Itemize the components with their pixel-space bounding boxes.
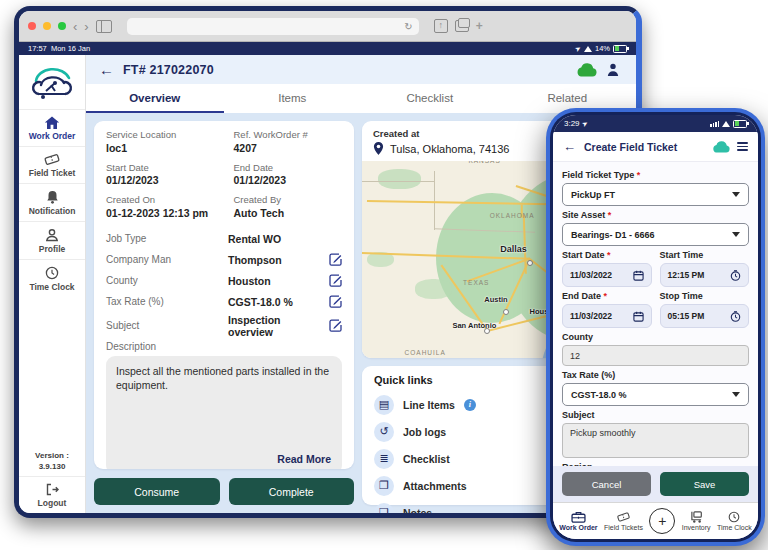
person-icon xyxy=(45,228,59,242)
work-order-details-card: Service Locationloc1 Ref. WorkOrder #420… xyxy=(94,121,354,469)
description-label: Description xyxy=(106,341,342,352)
create-new-button[interactable]: + xyxy=(649,508,675,534)
nav-work-order[interactable]: Work Order xyxy=(559,511,597,531)
complete-button[interactable]: Complete xyxy=(229,478,355,505)
county-input[interactable]: 12 xyxy=(562,345,749,366)
county-label: County xyxy=(562,332,749,342)
battery-percent: 14% xyxy=(595,44,610,53)
start-time-input[interactable]: 12:15 PM xyxy=(660,263,750,287)
edit-icon[interactable] xyxy=(329,274,342,287)
subject-input[interactable]: Pickup smoothly xyxy=(562,423,749,458)
phone-mockup: 3:29 ➤ ← Create Field Ticket Field Ticke… xyxy=(546,108,765,546)
sidebar-item-field-ticket[interactable]: Field Ticket xyxy=(19,146,85,183)
tax-rate-label: Tax Rate (%) xyxy=(562,370,749,380)
edit-icon[interactable] xyxy=(329,253,342,266)
edit-icon[interactable] xyxy=(329,295,342,308)
tax-rate-select[interactable]: CGST-18.0 % xyxy=(562,383,749,406)
bell-icon xyxy=(46,190,59,204)
map-label-coahuila: COAHUILA xyxy=(405,349,446,356)
stopwatch-icon xyxy=(730,270,741,281)
form-action-bar: Cancel Save xyxy=(553,466,758,502)
stop-time-input[interactable]: 05:15 PM xyxy=(660,304,750,328)
minimize-window-icon[interactable] xyxy=(43,22,51,30)
subject-label: Subject xyxy=(562,410,749,420)
end-date-input[interactable]: 11/03/2022 xyxy=(562,304,652,328)
user-icon[interactable] xyxy=(607,63,619,76)
edit-icon[interactable] xyxy=(329,319,342,332)
tablet-status-bar: 17:57 Mon 16 Jan ➤ 14% xyxy=(19,42,636,55)
read-more-link[interactable]: Read More xyxy=(277,452,331,466)
tabs-overview-icon[interactable] xyxy=(455,20,469,32)
sidebar-item-work-order[interactable]: Work Order xyxy=(19,109,85,146)
map-label-texas: TEXAS xyxy=(463,279,489,286)
phone-status-bar: 3:29 ➤ xyxy=(553,115,758,132)
create-field-ticket-form: Field Ticket Type * PickUp FT Site Asset… xyxy=(553,162,758,466)
new-tab-icon[interactable]: + xyxy=(476,19,483,33)
tab-overview[interactable]: Overview xyxy=(86,84,224,113)
tab-checklist[interactable]: Checklist xyxy=(361,84,499,113)
attachments-icon: ❐ xyxy=(374,476,394,496)
sidebar-toggle-icon[interactable] xyxy=(96,20,112,33)
phone-header: ← Create Field Ticket xyxy=(553,132,758,162)
nav-time-clock[interactable]: Time Clock xyxy=(717,511,752,531)
sidebar-item-logout[interactable]: Logout xyxy=(19,476,85,513)
address-bar[interactable]: ↻ xyxy=(127,18,419,35)
phone-bottom-nav: Work Order Field Tickets + Inventory Tim… xyxy=(553,502,758,539)
wifi-icon xyxy=(722,121,730,127)
ticket-icon xyxy=(616,511,631,523)
cloud-circuit-logo-icon xyxy=(29,61,75,103)
status-time-date: 17:57 Mon 16 Jan xyxy=(28,44,90,53)
field-ticket-type-select[interactable]: PickUp FT xyxy=(562,183,749,206)
reload-icon[interactable]: ↻ xyxy=(404,21,412,32)
signal-icon xyxy=(710,121,719,127)
nav-inventory[interactable]: Inventory xyxy=(682,511,711,531)
nav-field-tickets[interactable]: Field Tickets xyxy=(604,511,643,531)
field-end-date: End Date01/12/2023 xyxy=(234,162,343,187)
location-arrow-icon: ➤ xyxy=(574,44,583,54)
map-label-kansas: KANSAS xyxy=(468,161,500,164)
field-start-date: Start Date01/12/2023 xyxy=(106,162,228,187)
site-asset-label: Site Asset * xyxy=(562,210,749,220)
close-window-icon[interactable] xyxy=(28,22,36,30)
job-logs-icon: ↺ xyxy=(374,422,394,442)
clock-icon xyxy=(728,511,740,523)
app-logo xyxy=(19,55,85,109)
start-date-input[interactable]: 11/03/2022 xyxy=(562,263,652,287)
battery-icon xyxy=(733,120,747,128)
stop-time-label: Stop Time xyxy=(660,291,750,301)
logout-icon xyxy=(45,483,59,496)
save-button[interactable]: Save xyxy=(660,472,749,496)
start-date-label: Start Date * xyxy=(562,250,652,260)
sidebar-item-profile[interactable]: Profile xyxy=(19,221,85,259)
field-job-type: Job TypeRental WO xyxy=(106,230,342,248)
sidebar-item-notification[interactable]: Notification xyxy=(19,183,85,221)
info-icon[interactable]: i xyxy=(464,399,476,411)
chevron-down-icon xyxy=(732,232,740,237)
share-icon[interactable]: ↑ xyxy=(434,19,448,33)
back-arrow-icon[interactable]: ← xyxy=(99,62,114,77)
browser-back-icon[interactable]: ‹ xyxy=(73,20,77,33)
site-asset-select[interactable]: Bearings- D1 - 6666 xyxy=(562,223,749,246)
consume-button[interactable]: Consume xyxy=(94,478,220,505)
tab-items[interactable]: Items xyxy=(224,84,362,113)
field-created-by: Created ByAuto Tech xyxy=(234,194,343,219)
calendar-icon xyxy=(633,270,644,281)
map-label-dallas: Dallas xyxy=(500,244,527,254)
sidebar-item-time-clock[interactable]: Time Clock xyxy=(19,259,85,297)
cloud-sync-icon[interactable] xyxy=(576,63,597,77)
maximize-window-icon[interactable] xyxy=(58,22,66,30)
cloud-sync-icon[interactable] xyxy=(712,141,730,153)
back-arrow-icon[interactable]: ← xyxy=(563,140,576,153)
cancel-button[interactable]: Cancel xyxy=(562,472,651,496)
calendar-icon xyxy=(633,311,644,322)
location-arrow-icon: ➤ xyxy=(580,119,589,129)
app-header: ← FT# 217022070 xyxy=(86,55,636,84)
map-label-oklahoma: OKLAHOMA xyxy=(490,212,535,219)
menu-icon[interactable] xyxy=(737,142,748,151)
field-service-location: Service Locationloc1 xyxy=(106,129,228,154)
browser-forward-icon[interactable]: › xyxy=(84,20,88,33)
sidebar: Work Order Field Ticket Notification Pro… xyxy=(19,55,86,513)
browser-toolbar: ‹ › ↻ ↑ + xyxy=(19,11,636,42)
map-label-austin: Austin xyxy=(484,295,507,304)
hand-truck-icon xyxy=(690,511,703,523)
